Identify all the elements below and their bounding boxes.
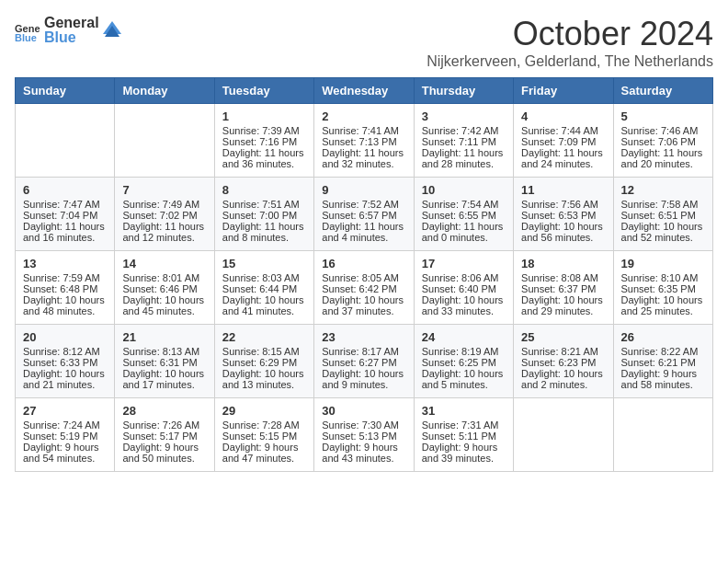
cell-text: Sunset: 7:09 PM xyxy=(521,136,605,147)
cell-text: Daylight: 10 hours xyxy=(122,368,206,379)
cell-text: Sunset: 6:27 PM xyxy=(322,357,405,368)
cell-text: Sunset: 6:51 PM xyxy=(621,210,705,221)
cell-text: Sunset: 6:53 PM xyxy=(521,210,605,221)
cell-text: Sunrise: 8:08 AM xyxy=(521,272,605,283)
calendar-cell: 27Sunrise: 7:24 AMSunset: 5:19 PMDayligh… xyxy=(16,398,115,472)
cell-text: Sunrise: 7:39 AM xyxy=(222,125,306,136)
cell-text: Daylight: 10 hours xyxy=(23,294,107,305)
cell-text: Daylight: 11 hours xyxy=(23,221,107,232)
cell-text: Sunset: 6:29 PM xyxy=(222,357,306,368)
cell-text: and 36 minutes. xyxy=(222,158,306,169)
day-number: 10 xyxy=(422,183,506,197)
calendar-cell: 29Sunrise: 7:28 AMSunset: 5:15 PMDayligh… xyxy=(214,398,313,472)
calendar-cell: 13Sunrise: 7:59 AMSunset: 6:48 PMDayligh… xyxy=(16,251,115,325)
cell-text: Sunrise: 8:19 AM xyxy=(422,346,506,357)
logo-triangle-icon xyxy=(103,21,121,40)
cell-text: and 4 minutes. xyxy=(322,232,405,243)
calendar-cell xyxy=(16,104,115,178)
calendar-cell: 3Sunrise: 7:42 AMSunset: 7:11 PMDaylight… xyxy=(414,104,513,178)
calendar-cell: 21Sunrise: 8:13 AMSunset: 6:31 PMDayligh… xyxy=(115,325,214,398)
cell-text: Sunrise: 8:22 AM xyxy=(621,346,705,357)
location-subtitle: Nijkerkerveen, Gelderland, The Netherlan… xyxy=(427,53,713,70)
cell-text: Sunset: 6:57 PM xyxy=(322,210,405,221)
cell-text: Sunrise: 8:12 AM xyxy=(23,346,107,357)
cell-text: and 25 minutes. xyxy=(621,305,705,316)
cell-text: Sunrise: 7:49 AM xyxy=(122,199,206,210)
cell-text: Sunrise: 8:03 AM xyxy=(222,272,306,283)
cell-text: Daylight: 11 hours xyxy=(322,221,405,232)
cell-text: Daylight: 9 hours xyxy=(621,368,705,379)
cell-text: Daylight: 10 hours xyxy=(521,294,605,305)
calendar-week-row: 27Sunrise: 7:24 AMSunset: 5:19 PMDayligh… xyxy=(16,398,713,472)
cell-text: and 21 minutes. xyxy=(23,379,107,390)
day-number: 17 xyxy=(422,257,506,270)
calendar-cell: 11Sunrise: 7:56 AMSunset: 6:53 PMDayligh… xyxy=(514,178,613,251)
cell-text: Sunset: 6:55 PM xyxy=(422,210,506,221)
calendar-week-row: 20Sunrise: 8:12 AMSunset: 6:33 PMDayligh… xyxy=(16,325,713,398)
calendar-cell: 7Sunrise: 7:49 AMSunset: 7:02 PMDaylight… xyxy=(115,178,214,251)
cell-text: Sunrise: 7:52 AM xyxy=(322,199,405,210)
cell-text: Sunset: 6:46 PM xyxy=(122,283,206,294)
cell-text: Sunset: 6:44 PM xyxy=(222,283,306,294)
calendar-cell: 5Sunrise: 7:46 AMSunset: 7:06 PMDaylight… xyxy=(613,104,712,178)
cell-text: Daylight: 10 hours xyxy=(222,294,306,305)
calendar-cell: 17Sunrise: 8:06 AMSunset: 6:40 PMDayligh… xyxy=(414,251,513,325)
cell-text: and 32 minutes. xyxy=(322,158,405,169)
header-tuesday: Tuesday xyxy=(214,78,313,104)
calendar-cell: 6Sunrise: 7:47 AMSunset: 7:04 PMDaylight… xyxy=(16,178,115,251)
calendar-cell: 22Sunrise: 8:15 AMSunset: 6:29 PMDayligh… xyxy=(214,325,313,398)
calendar-cell: 19Sunrise: 8:10 AMSunset: 6:35 PMDayligh… xyxy=(613,251,712,325)
day-number: 31 xyxy=(422,404,506,418)
cell-text: Daylight: 9 hours xyxy=(222,442,306,453)
day-number: 24 xyxy=(422,330,506,344)
day-number: 3 xyxy=(422,109,506,123)
cell-text: Daylight: 11 hours xyxy=(222,221,306,232)
cell-text: Sunrise: 7:47 AM xyxy=(23,199,107,210)
cell-text: and 41 minutes. xyxy=(222,305,306,316)
calendar-cell: 2Sunrise: 7:41 AMSunset: 7:13 PMDaylight… xyxy=(314,104,414,178)
cell-text: and 43 minutes. xyxy=(322,453,405,464)
calendar-cell: 15Sunrise: 8:03 AMSunset: 6:44 PMDayligh… xyxy=(214,251,313,325)
day-number: 13 xyxy=(23,257,107,270)
cell-text: and 13 minutes. xyxy=(222,379,306,390)
cell-text: and 2 minutes. xyxy=(521,379,605,390)
cell-text: and 28 minutes. xyxy=(422,158,506,169)
cell-text: and 17 minutes. xyxy=(122,379,206,390)
cell-text: Sunrise: 7:30 AM xyxy=(322,419,405,431)
day-number: 21 xyxy=(122,330,206,344)
cell-text: Sunset: 6:40 PM xyxy=(422,283,506,294)
svg-text:Blue: Blue xyxy=(15,32,37,41)
cell-text: and 33 minutes. xyxy=(422,305,506,316)
cell-text: Sunrise: 7:51 AM xyxy=(222,199,306,210)
cell-text: Sunrise: 8:10 AM xyxy=(621,272,705,283)
header-saturday: Saturday xyxy=(613,78,712,104)
cell-text: Sunset: 6:23 PM xyxy=(521,357,605,368)
day-number: 2 xyxy=(322,109,405,123)
day-number: 22 xyxy=(222,330,306,344)
cell-text: Daylight: 11 hours xyxy=(621,147,705,158)
cell-text: Daylight: 10 hours xyxy=(621,221,705,232)
calendar-body: 1Sunrise: 7:39 AMSunset: 7:16 PMDaylight… xyxy=(16,104,713,472)
cell-text: Sunset: 6:37 PM xyxy=(521,283,605,294)
cell-text: Daylight: 11 hours xyxy=(322,147,405,158)
month-title: October 2024 xyxy=(427,15,713,53)
day-number: 26 xyxy=(621,330,705,344)
page-header: General Blue General Blue October 2024 N… xyxy=(15,15,713,70)
cell-text: Daylight: 10 hours xyxy=(322,294,405,305)
cell-text: and 39 minutes. xyxy=(422,453,506,464)
header-wednesday: Wednesday xyxy=(314,78,414,104)
calendar-cell: 18Sunrise: 8:08 AMSunset: 6:37 PMDayligh… xyxy=(514,251,613,325)
calendar-cell: 25Sunrise: 8:21 AMSunset: 6:23 PMDayligh… xyxy=(514,325,613,398)
day-number: 29 xyxy=(222,404,306,418)
day-number: 28 xyxy=(122,404,206,418)
cell-text: and 8 minutes. xyxy=(222,232,306,243)
day-number: 23 xyxy=(322,330,405,344)
calendar-week-row: 1Sunrise: 7:39 AMSunset: 7:16 PMDaylight… xyxy=(16,104,713,178)
cell-text: and 48 minutes. xyxy=(23,305,107,316)
header-sunday: Sunday xyxy=(16,78,115,104)
cell-text: Sunrise: 7:44 AM xyxy=(521,125,605,136)
cell-text: and 50 minutes. xyxy=(122,453,206,464)
day-number: 14 xyxy=(122,257,206,270)
day-number: 6 xyxy=(23,183,107,197)
calendar-cell: 4Sunrise: 7:44 AMSunset: 7:09 PMDaylight… xyxy=(514,104,613,178)
